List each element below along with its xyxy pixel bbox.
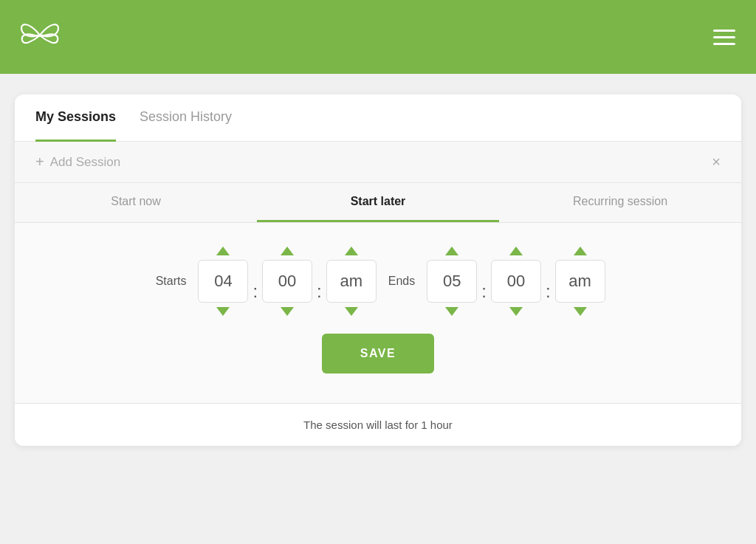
logo (21, 19, 59, 55)
start-period-up[interactable] (341, 247, 362, 255)
start-colon-2: : (312, 262, 326, 300)
starts-label: Starts (151, 275, 186, 288)
end-colon-1: : (477, 262, 491, 300)
start-hour-unit: 04 (198, 247, 248, 316)
end-period-down[interactable] (570, 307, 591, 316)
save-button[interactable]: SAVE (322, 334, 434, 373)
start-hour-up[interactable] (213, 247, 233, 255)
sub-tab-start-now[interactable]: Start now (15, 183, 257, 222)
add-session-label: Add Session (50, 155, 120, 170)
end-hour-unit: 05 (427, 247, 477, 316)
start-minute-unit: 00 (262, 247, 312, 316)
main-tabs: My Sessions Session History (15, 94, 741, 142)
sessions-card: My Sessions Session History + Add Sessio… (15, 94, 741, 446)
start-minute-down[interactable] (277, 307, 298, 316)
start-minute-up[interactable] (277, 247, 298, 255)
time-row: Starts 04 : 00 : am (35, 247, 721, 316)
tab-my-sessions[interactable]: My Sessions (35, 94, 116, 142)
app-header (0, 0, 756, 74)
end-period-unit: am (555, 247, 605, 316)
add-session-left: + Add Session (35, 154, 120, 171)
start-period-unit: am (326, 247, 377, 316)
add-session-bar: + Add Session × (15, 142, 741, 183)
start-hour-down[interactable] (213, 307, 233, 316)
start-minute-value[interactable]: 00 (262, 260, 312, 303)
end-hour-down[interactable] (441, 307, 462, 316)
save-section: SAVE (35, 316, 721, 385)
start-period-value[interactable]: am (326, 260, 377, 303)
svg-point-0 (38, 34, 41, 36)
plus-icon: + (35, 154, 44, 171)
menu-button[interactable] (713, 30, 735, 45)
main-content: My Sessions Session History + Add Sessio… (0, 74, 756, 466)
start-colon-1: : (248, 262, 262, 300)
end-period-up[interactable] (570, 247, 591, 255)
ends-label: Ends (388, 275, 415, 288)
end-hour-up[interactable] (441, 247, 462, 255)
end-minute-up[interactable] (506, 247, 526, 255)
tab-session-history[interactable]: Session History (140, 94, 232, 142)
end-colon-2: : (541, 262, 555, 300)
start-hour-value[interactable]: 04 (198, 260, 248, 303)
sub-tab-start-later[interactable]: Start later (257, 183, 499, 222)
time-picker-area: Starts 04 : 00 : am (15, 223, 741, 403)
start-period-down[interactable] (341, 307, 362, 316)
end-minute-down[interactable] (506, 307, 526, 316)
end-hour-value[interactable]: 05 (427, 260, 477, 303)
session-info: The session will last for 1 hour (15, 403, 741, 446)
sub-tabs: Start now Start later Recurring session (15, 183, 741, 223)
end-period-value[interactable]: am (555, 260, 605, 303)
sub-tab-recurring[interactable]: Recurring session (499, 183, 741, 222)
end-minute-unit: 00 (491, 247, 541, 316)
close-button[interactable]: × (712, 154, 721, 171)
end-minute-value[interactable]: 00 (491, 260, 541, 303)
